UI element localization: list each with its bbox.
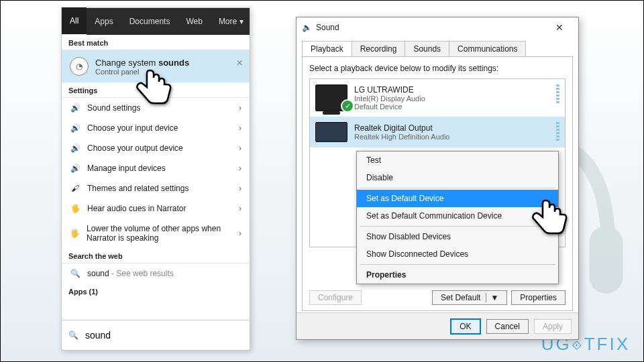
search-icon: 🔍 bbox=[70, 269, 80, 278]
menu-item-show-disconnected-devices[interactable]: Show Disconnected Devices bbox=[357, 245, 558, 263]
close-button[interactable]: ✕ bbox=[546, 22, 573, 33]
tab-communications[interactable]: Communications bbox=[449, 41, 526, 57]
setting-label: Hear audio cues in Narrator bbox=[87, 204, 186, 213]
ok-button[interactable]: OK bbox=[450, 318, 480, 335]
settings-header: Settings bbox=[62, 82, 250, 98]
menu-item-set-as-default-device[interactable]: Set as Default Device bbox=[357, 190, 558, 207]
settings-list: 🔊Sound settings›🔊Choose your input devic… bbox=[62, 98, 250, 248]
menu-item-properties[interactable]: Properties bbox=[357, 266, 558, 284]
search-tab-all[interactable]: All bbox=[62, 7, 87, 36]
settings-item-5[interactable]: 🖐Hear audio cues in Narrator› bbox=[62, 198, 250, 219]
chevron-right-icon: › bbox=[239, 143, 241, 153]
setting-label: Themes and related settings bbox=[87, 184, 189, 193]
search-tab-apps[interactable]: Apps bbox=[87, 8, 121, 35]
speaker-icon: 🔈 bbox=[302, 23, 312, 32]
speaker-dial-icon: ◔ bbox=[70, 57, 89, 76]
chevron-right-icon: › bbox=[239, 204, 241, 213]
default-check-icon: ✓ bbox=[341, 99, 354, 113]
chevron-right-icon: › bbox=[239, 184, 241, 193]
setting-label: Manage input devices bbox=[87, 164, 166, 173]
search-input-row: 🔍 bbox=[62, 320, 250, 350]
windows-search-panel: All Apps Documents Web More▾ Best match … bbox=[61, 7, 250, 351]
device-lg-ultrawide[interactable]: ✓ LG ULTRAWIDE Intel(R) Display Audio De… bbox=[310, 79, 565, 117]
device-realtek-digital[interactable]: Realtek Digital Output Realtek High Defi… bbox=[310, 117, 565, 147]
apps-header: Apps (1) bbox=[62, 284, 250, 300]
settings-item-0[interactable]: 🔊Sound settings› bbox=[62, 98, 250, 118]
sound-tab-strip: Playback Recording Sounds Communications bbox=[302, 41, 573, 57]
setting-icon: 🔊 bbox=[70, 123, 80, 133]
level-meter bbox=[556, 84, 559, 103]
device-context-menu: TestDisableSet as Default DeviceSet as D… bbox=[356, 151, 559, 284]
setting-icon: 🖌 bbox=[70, 184, 80, 193]
chevron-right-icon: › bbox=[239, 229, 241, 238]
search-tab-more[interactable]: More▾ bbox=[211, 8, 252, 35]
menu-separator bbox=[360, 226, 555, 227]
close-icon[interactable]: ✕ bbox=[236, 58, 243, 68]
menu-item-show-disabled-devices[interactable]: Show Disabled Devices bbox=[357, 228, 558, 245]
properties-button[interactable]: Properties bbox=[511, 290, 566, 305]
menu-item-test[interactable]: Test bbox=[357, 152, 558, 169]
best-match-text: Change system sounds Control panel bbox=[95, 58, 189, 76]
device-text: LG ULTRAWIDE Intel(R) Display Audio Defa… bbox=[354, 85, 425, 111]
svg-rect-1 bbox=[589, 226, 623, 294]
dialog-button-row: OK Cancel Apply bbox=[297, 312, 578, 339]
tutorial-screenshot: UG⟐TFIX All Apps Documents Web More▾ Bes… bbox=[0, 0, 644, 362]
search-tabs: All Apps Documents Web More▾ bbox=[62, 8, 250, 35]
chevron-right-icon: › bbox=[239, 164, 241, 173]
settings-item-1[interactable]: 🔊Choose your input device› bbox=[62, 118, 250, 138]
web-search-item[interactable]: 🔍 sound - See web results bbox=[62, 263, 250, 284]
settings-item-3[interactable]: 🔊Manage input devices› bbox=[62, 158, 250, 178]
setting-icon: 🔊 bbox=[70, 143, 80, 153]
search-icon: 🔍 bbox=[68, 330, 78, 340]
setting-label: Choose your input device bbox=[87, 123, 178, 133]
menu-separator bbox=[360, 264, 555, 265]
setting-label: Sound settings bbox=[87, 103, 140, 113]
setting-label: Choose your output device bbox=[87, 143, 183, 153]
setting-icon: 🔊 bbox=[70, 103, 80, 113]
chevron-right-icon: › bbox=[239, 123, 241, 133]
audio-box-icon bbox=[315, 122, 347, 142]
tab-button-row: Configure Set Default▼ Properties bbox=[309, 290, 566, 305]
configure-button: Configure bbox=[309, 290, 362, 305]
setting-icon: 🖐 bbox=[70, 229, 80, 238]
title-bar: 🔈 Sound ✕ bbox=[297, 17, 578, 38]
window-title: Sound bbox=[316, 23, 546, 32]
chevron-down-icon[interactable]: ▼ bbox=[486, 293, 498, 302]
setting-icon: 🖐 bbox=[70, 204, 80, 213]
setting-label: Lower the volume of other apps when Narr… bbox=[87, 224, 239, 243]
search-web-header: Search the web bbox=[62, 248, 250, 263]
search-tab-documents[interactable]: Documents bbox=[121, 8, 178, 35]
cancel-button[interactable]: Cancel bbox=[486, 319, 529, 334]
settings-item-2[interactable]: 🔊Choose your output device› bbox=[62, 138, 250, 158]
menu-separator bbox=[360, 188, 555, 188]
set-default-button[interactable]: Set Default▼ bbox=[432, 290, 507, 305]
setting-icon: 🔊 bbox=[70, 164, 80, 173]
device-text: Realtek Digital Output Realtek High Defi… bbox=[354, 123, 449, 141]
best-match-header: Best match bbox=[62, 35, 250, 50]
instruction-text: Select a playback device below to modify… bbox=[309, 64, 566, 73]
settings-item-4[interactable]: 🖌Themes and related settings› bbox=[62, 178, 250, 198]
search-input[interactable] bbox=[84, 329, 243, 341]
tab-sounds[interactable]: Sounds bbox=[405, 41, 449, 57]
chevron-right-icon: › bbox=[239, 103, 241, 113]
search-tab-web[interactable]: Web bbox=[178, 8, 210, 35]
settings-item-6[interactable]: 🖐Lower the volume of other apps when Nar… bbox=[62, 219, 250, 248]
menu-item-set-as-default-communication-device[interactable]: Set as Default Communication Device bbox=[357, 207, 558, 225]
apply-button: Apply bbox=[534, 319, 572, 334]
tab-recording[interactable]: Recording bbox=[352, 41, 406, 57]
chevron-down-icon: ▾ bbox=[239, 17, 244, 26]
tab-playback[interactable]: Playback bbox=[302, 41, 352, 57]
best-match-result[interactable]: ◔ Change system sounds Control panel ✕ bbox=[62, 50, 250, 82]
menu-item-disable[interactable]: Disable bbox=[357, 169, 558, 186]
level-meter bbox=[556, 122, 559, 141]
